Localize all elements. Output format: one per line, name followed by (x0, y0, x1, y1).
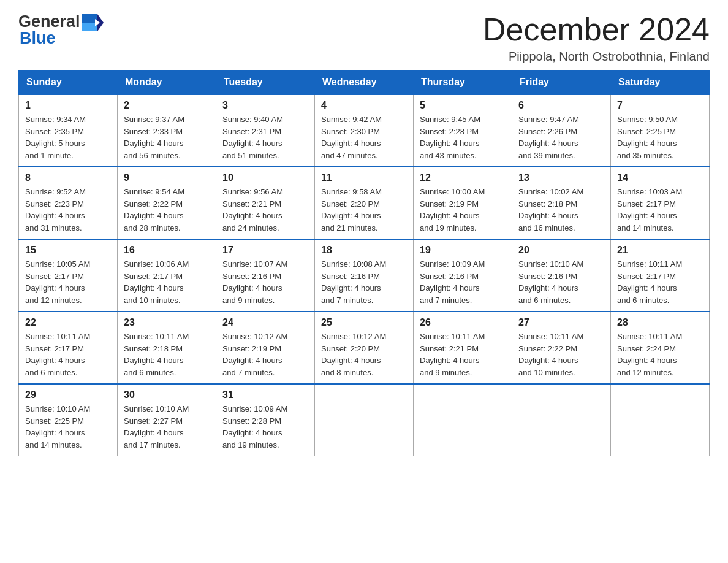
calendar-cell: 9Sunrise: 9:54 AMSunset: 2:22 PMDaylight… (118, 167, 216, 239)
calendar-cell: 29Sunrise: 10:10 AMSunset: 2:25 PMDaylig… (19, 384, 118, 456)
day-info: Sunrise: 9:58 AMSunset: 2:20 PMDaylight:… (321, 187, 382, 232)
calendar-cell: 7Sunrise: 9:50 AMSunset: 2:25 PMDaylight… (611, 94, 710, 167)
day-info: Sunrise: 10:09 AMSunset: 2:28 PMDaylight… (222, 404, 287, 450)
calendar-cell (512, 384, 611, 456)
calendar-cell: 15Sunrise: 10:05 AMSunset: 2:17 PMDaylig… (19, 239, 118, 312)
day-number: 19 (420, 245, 506, 256)
day-number: 1 (25, 100, 111, 111)
calendar-week-5: 29Sunrise: 10:10 AMSunset: 2:25 PMDaylig… (19, 384, 710, 456)
day-info: Sunrise: 10:11 AMSunset: 2:21 PMDaylight… (420, 332, 485, 377)
calendar-week-4: 22Sunrise: 10:11 AMSunset: 2:17 PMDaylig… (19, 312, 710, 384)
calendar-cell: 10Sunrise: 9:56 AMSunset: 2:21 PMDayligh… (216, 167, 315, 239)
day-info: Sunrise: 10:05 AMSunset: 2:17 PMDaylight… (25, 259, 90, 305)
day-number: 29 (25, 389, 111, 400)
day-number: 28 (617, 317, 703, 328)
day-info: Sunrise: 10:03 AMSunset: 2:17 PMDaylight… (617, 187, 682, 232)
header-row: SundayMondayTuesdayWednesdayThursdayFrid… (19, 71, 710, 95)
day-number: 26 (420, 317, 506, 328)
day-number: 3 (222, 100, 308, 111)
calendar-cell: 22Sunrise: 10:11 AMSunset: 2:17 PMDaylig… (19, 312, 118, 384)
day-number: 9 (124, 172, 210, 183)
day-number: 6 (518, 100, 604, 111)
calendar-cell: 26Sunrise: 10:11 AMSunset: 2:21 PMDaylig… (414, 312, 512, 384)
day-info: Sunrise: 9:47 AMSunset: 2:26 PMDaylight:… (518, 115, 579, 160)
day-info: Sunrise: 10:11 AMSunset: 2:17 PMDaylight… (617, 259, 682, 305)
column-header-saturday: Saturday (611, 71, 710, 95)
day-info: Sunrise: 10:12 AMSunset: 2:20 PMDaylight… (321, 332, 386, 377)
calendar-cell: 12Sunrise: 10:00 AMSunset: 2:19 PMDaylig… (414, 167, 512, 239)
calendar-cell: 14Sunrise: 10:03 AMSunset: 2:17 PMDaylig… (611, 167, 710, 239)
day-info: Sunrise: 9:40 AMSunset: 2:31 PMDaylight:… (222, 115, 283, 160)
column-header-tuesday: Tuesday (216, 71, 315, 95)
calendar-cell: 25Sunrise: 10:12 AMSunset: 2:20 PMDaylig… (315, 312, 414, 384)
column-header-sunday: Sunday (19, 71, 118, 95)
calendar-cell: 17Sunrise: 10:07 AMSunset: 2:16 PMDaylig… (216, 239, 315, 312)
day-info: Sunrise: 10:10 AMSunset: 2:25 PMDaylight… (25, 404, 90, 450)
calendar-week-3: 15Sunrise: 10:05 AMSunset: 2:17 PMDaylig… (19, 239, 710, 312)
day-info: Sunrise: 10:02 AMSunset: 2:18 PMDaylight… (518, 187, 583, 232)
day-info: Sunrise: 10:10 AMSunset: 2:27 PMDaylight… (124, 404, 189, 450)
location-subtitle: Piippola, North Ostrobothnia, Finland (483, 50, 710, 64)
day-info: Sunrise: 10:09 AMSunset: 2:16 PMDaylight… (420, 259, 485, 305)
calendar-cell (315, 384, 414, 456)
calendar-cell: 16Sunrise: 10:06 AMSunset: 2:17 PMDaylig… (118, 239, 216, 312)
month-title: December 2024 (483, 12, 710, 47)
calendar-cell: 21Sunrise: 10:11 AMSunset: 2:17 PMDaylig… (611, 239, 710, 312)
calendar-cell: 4Sunrise: 9:42 AMSunset: 2:30 PMDaylight… (315, 94, 414, 167)
day-info: Sunrise: 9:34 AMSunset: 2:35 PMDaylight:… (25, 115, 86, 160)
day-number: 14 (617, 172, 703, 183)
column-header-thursday: Thursday (414, 71, 512, 95)
day-info: Sunrise: 10:07 AMSunset: 2:16 PMDaylight… (222, 259, 287, 305)
logo: General Blue (18, 12, 104, 48)
calendar-cell: 3Sunrise: 9:40 AMSunset: 2:31 PMDaylight… (216, 94, 315, 167)
calendar-cell: 19Sunrise: 10:09 AMSunset: 2:16 PMDaylig… (414, 239, 512, 312)
day-number: 30 (124, 389, 210, 400)
day-number: 20 (518, 245, 604, 256)
calendar-cell: 30Sunrise: 10:10 AMSunset: 2:27 PMDaylig… (118, 384, 216, 456)
day-info: Sunrise: 9:52 AMSunset: 2:23 PMDaylight:… (25, 187, 86, 232)
title-block: December 2024 Piippola, North Ostrobothn… (483, 12, 710, 64)
day-info: Sunrise: 10:12 AMSunset: 2:19 PMDaylight… (222, 332, 287, 377)
day-number: 17 (222, 245, 308, 256)
day-info: Sunrise: 9:37 AMSunset: 2:33 PMDaylight:… (124, 115, 184, 160)
day-number: 21 (617, 245, 703, 256)
day-number: 23 (124, 317, 210, 328)
day-info: Sunrise: 9:50 AMSunset: 2:25 PMDaylight:… (617, 115, 678, 160)
column-header-friday: Friday (512, 71, 611, 95)
calendar-cell: 8Sunrise: 9:52 AMSunset: 2:23 PMDaylight… (19, 167, 118, 239)
day-number: 8 (25, 172, 111, 183)
day-number: 22 (25, 317, 111, 328)
calendar-cell: 28Sunrise: 10:11 AMSunset: 2:24 PMDaylig… (611, 312, 710, 384)
day-info: Sunrise: 9:42 AMSunset: 2:30 PMDaylight:… (321, 115, 382, 160)
calendar-week-2: 8Sunrise: 9:52 AMSunset: 2:23 PMDaylight… (19, 167, 710, 239)
calendar-week-1: 1Sunrise: 9:34 AMSunset: 2:35 PMDaylight… (19, 94, 710, 167)
day-info: Sunrise: 10:11 AMSunset: 2:18 PMDaylight… (124, 332, 189, 377)
calendar-cell: 2Sunrise: 9:37 AMSunset: 2:33 PMDaylight… (118, 94, 216, 167)
day-number: 4 (321, 100, 407, 111)
day-info: Sunrise: 10:11 AMSunset: 2:24 PMDaylight… (617, 332, 682, 377)
calendar-cell: 20Sunrise: 10:10 AMSunset: 2:16 PMDaylig… (512, 239, 611, 312)
column-header-wednesday: Wednesday (315, 71, 414, 95)
day-number: 27 (518, 317, 604, 328)
day-number: 5 (420, 100, 506, 111)
day-info: Sunrise: 9:54 AMSunset: 2:22 PMDaylight:… (124, 187, 184, 232)
day-info: Sunrise: 10:11 AMSunset: 2:22 PMDaylight… (518, 332, 583, 377)
calendar-cell: 13Sunrise: 10:02 AMSunset: 2:18 PMDaylig… (512, 167, 611, 239)
day-number: 12 (420, 172, 506, 183)
day-info: Sunrise: 10:00 AMSunset: 2:19 PMDaylight… (420, 187, 485, 232)
calendar-cell: 24Sunrise: 10:12 AMSunset: 2:19 PMDaylig… (216, 312, 315, 384)
calendar-cell: 1Sunrise: 9:34 AMSunset: 2:35 PMDaylight… (19, 94, 118, 167)
day-number: 11 (321, 172, 407, 183)
page-header: General Blue December 2024 Piippola, Nor… (18, 12, 710, 64)
day-info: Sunrise: 9:56 AMSunset: 2:21 PMDaylight:… (222, 187, 283, 232)
logo-blue-text: Blue (20, 29, 104, 48)
calendar-header: SundayMondayTuesdayWednesdayThursdayFrid… (19, 71, 710, 95)
day-number: 15 (25, 245, 111, 256)
day-info: Sunrise: 9:45 AMSunset: 2:28 PMDaylight:… (420, 115, 480, 160)
day-number: 31 (222, 389, 308, 400)
day-number: 7 (617, 100, 703, 111)
calendar-cell: 27Sunrise: 10:11 AMSunset: 2:22 PMDaylig… (512, 312, 611, 384)
day-info: Sunrise: 10:11 AMSunset: 2:17 PMDaylight… (25, 332, 90, 377)
calendar-cell: 31Sunrise: 10:09 AMSunset: 2:28 PMDaylig… (216, 384, 315, 456)
calendar-cell: 18Sunrise: 10:08 AMSunset: 2:16 PMDaylig… (315, 239, 414, 312)
